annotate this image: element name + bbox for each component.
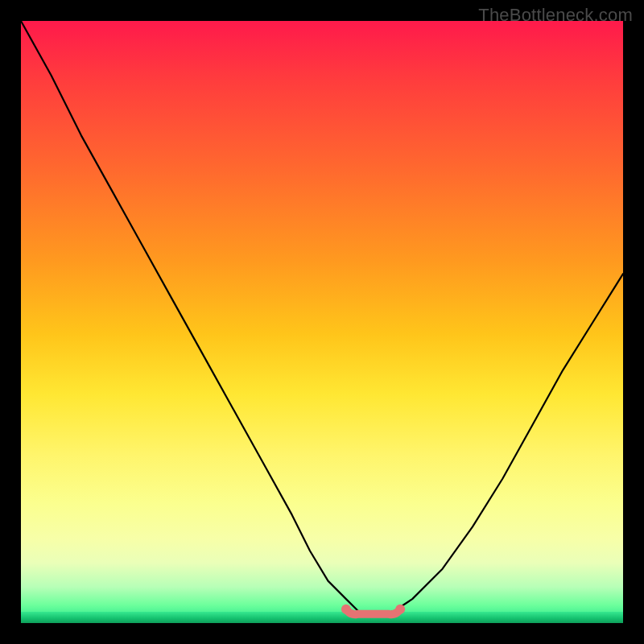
chart-frame: TheBottleneck.com: [0, 0, 644, 644]
attribution-text: TheBottleneck.com: [478, 5, 633, 26]
optimal-range-left-dot: [341, 605, 351, 614]
optimal-range-highlight: [346, 609, 400, 614]
plot-area: [21, 21, 623, 623]
chart-svg: [21, 21, 623, 623]
optimal-range-right-dot: [395, 605, 405, 614]
bottleneck-curve: [21, 21, 623, 614]
